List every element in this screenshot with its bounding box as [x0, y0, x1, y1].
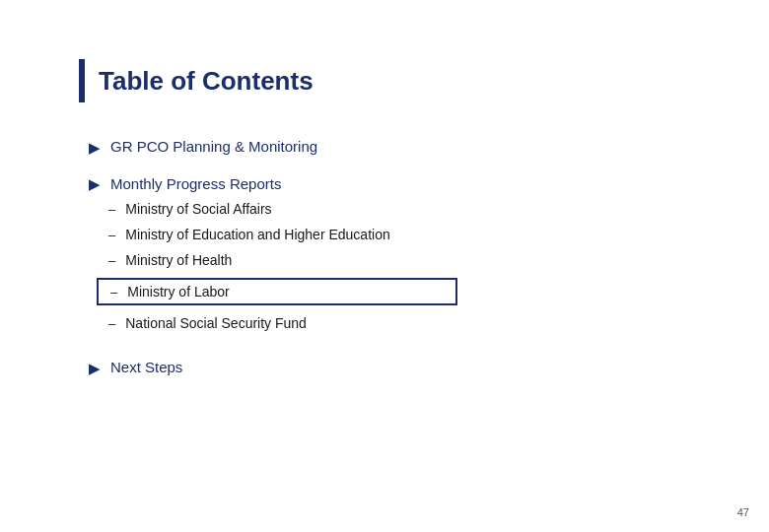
- item-label: GR PCO Planning & Monitoring: [110, 138, 317, 155]
- item-header: ▶ Monthly Progress Reports: [89, 174, 281, 193]
- page-number: 47: [737, 506, 749, 518]
- sub-item-label: Ministry of Education and Higher Educati…: [125, 227, 389, 242]
- dash-icon: –: [108, 202, 115, 217]
- bullet-icon: ▶: [89, 360, 101, 377]
- slide-container: Table of Contents ▶ GR PCO Planning & Mo…: [0, 0, 769, 532]
- dash-icon: –: [108, 228, 115, 242]
- sub-list-item: – Ministry of Social Affairs: [108, 201, 390, 217]
- sub-list-item: – National Social Security Fund: [108, 315, 390, 331]
- sub-item-label: Ministry of Social Affairs: [125, 201, 271, 217]
- dash-icon: –: [110, 285, 117, 299]
- title-bar-accent: [79, 59, 85, 102]
- list-item: ▶ Next Steps: [89, 359, 690, 377]
- bullet-icon: ▶: [89, 139, 101, 157]
- sub-item-label: Ministry of Health: [125, 252, 232, 268]
- sub-list: – Ministry of Social Affairs – Ministry …: [89, 201, 390, 341]
- sub-list-item: – Ministry of Health: [108, 252, 390, 268]
- bullet-icon: ▶: [89, 175, 101, 193]
- dash-icon: –: [108, 253, 115, 268]
- sub-list-item-highlighted: – Ministry of Labor: [108, 278, 390, 305]
- dash-icon: –: [108, 316, 115, 331]
- item-label: Next Steps: [110, 359, 182, 375]
- title-section: Table of Contents: [79, 59, 690, 102]
- list-item-monthly: ▶ Monthly Progress Reports – Ministry of…: [89, 174, 690, 341]
- item-label: Monthly Progress Reports: [110, 175, 281, 192]
- page-title: Table of Contents: [99, 66, 314, 97]
- highlight-box: – Ministry of Labor: [97, 278, 457, 305]
- sub-item-label: National Social Security Fund: [125, 315, 307, 331]
- list-item: ▶ GR PCO Planning & Monitoring: [89, 138, 690, 157]
- sub-item-label: Ministry of Labor: [127, 284, 229, 299]
- content-list: ▶ GR PCO Planning & Monitoring ▶ Monthly…: [79, 138, 690, 377]
- sub-list-item: – Ministry of Education and Higher Educa…: [108, 227, 390, 242]
